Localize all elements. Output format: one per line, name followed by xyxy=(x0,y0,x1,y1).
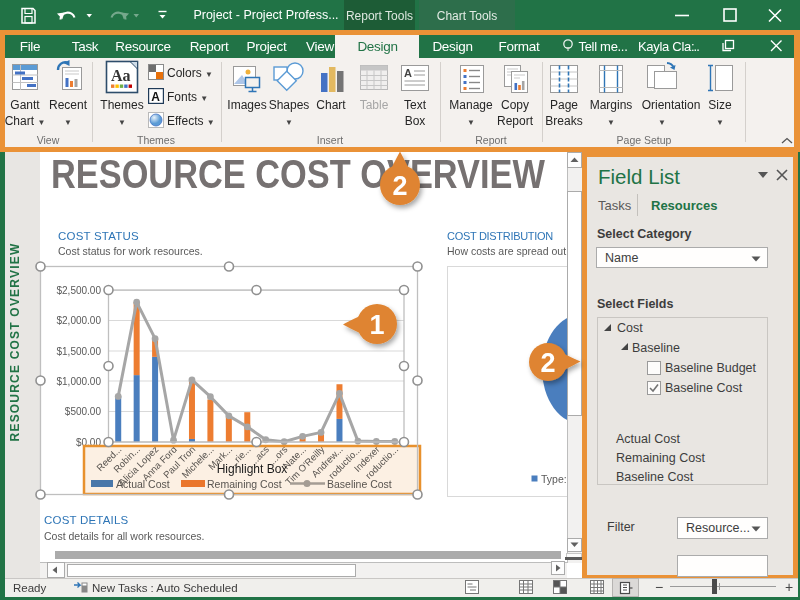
svg-text:2: 2 xyxy=(540,348,555,378)
svg-text:1: 1 xyxy=(369,310,384,340)
svg-text:2: 2 xyxy=(392,171,407,201)
